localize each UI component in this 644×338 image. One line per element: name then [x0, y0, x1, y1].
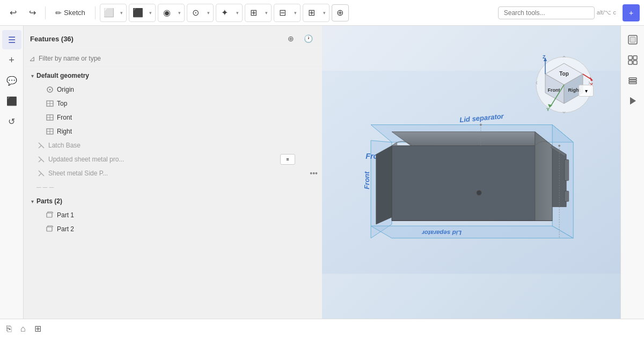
svg-rect-74	[629, 82, 636, 84]
tree-item-sheet-metal-side[interactable]: Sheet metal Side P... •••	[24, 166, 322, 180]
sketch-label: Sketch	[64, 9, 85, 17]
svg-line-12	[39, 145, 41, 148]
section-default-geometry[interactable]: ▾ Default geometry	[24, 69, 322, 83]
part2-label: Part 2	[57, 225, 318, 233]
toolbar-btn-solid-arrow[interactable]: ▾	[147, 4, 155, 21]
toolbar-btn-assemble[interactable]: ⊟	[274, 4, 291, 21]
toolbar-btn-target[interactable]: ⊕	[332, 4, 349, 21]
toolbar-btn-pattern[interactable]: ⊞	[245, 4, 262, 21]
toolbar-search: alt/⌥ c	[498, 6, 616, 19]
updated-sheet-label: Updated sheet metal pro...	[48, 156, 318, 163]
svg-rect-69	[633, 56, 637, 60]
sidebar-add-icon[interactable]: +	[2, 50, 21, 70]
bottom-icon-grid[interactable]: ⊞	[34, 324, 41, 334]
toolbar-btn-assemble-arrow[interactable]: ▾	[291, 4, 300, 21]
svg-point-38	[477, 191, 481, 195]
undo-button[interactable]: ↩	[4, 4, 21, 21]
sidebar-history-icon[interactable]: ↺	[2, 112, 21, 131]
svg-rect-44	[565, 160, 569, 181]
svg-marker-75	[630, 97, 636, 105]
toolbar-group-2: ⬛ ▾	[129, 4, 156, 22]
svg-text:Front: Front	[548, 87, 560, 93]
sheet-metal-icon	[36, 168, 46, 178]
svg-rect-72	[629, 78, 636, 79]
tree-item-part1[interactable]: Part 1	[24, 208, 322, 222]
toolbar-btn-inspect[interactable]: ⊞	[303, 4, 320, 21]
tree-item-front[interactable]: Front	[24, 111, 322, 124]
section-default-label: Default geometry	[36, 72, 89, 79]
toolbar-btn-pattern-arrow[interactable]: ▾	[262, 4, 271, 21]
bottom-icon-export[interactable]: ⎘	[6, 324, 12, 334]
right-panel	[620, 26, 644, 319]
origin-icon	[45, 85, 55, 94]
part2-icon	[45, 224, 55, 234]
add-feature-button[interactable]: ⊕	[283, 31, 298, 46]
part1-icon	[45, 210, 55, 220]
bottom-bar: ⎘ ⌂ ⊞	[0, 319, 644, 338]
tree-item-updated-sheet[interactable]: Updated sheet metal pro... ≡	[24, 152, 322, 166]
filter-input[interactable]	[39, 55, 317, 62]
features-header: Features (36) ⊕ 🕐	[24, 26, 322, 51]
front-plane-icon	[45, 113, 55, 122]
svg-point-42	[558, 145, 560, 147]
svg-rect-70	[628, 61, 632, 64]
search-hint: alt/⌥ c	[597, 9, 616, 16]
new-feature-button[interactable]: +	[623, 4, 640, 21]
toolbar-btn-shape-arrow[interactable]: ▾	[118, 4, 126, 21]
expand-parts-icon: ▾	[28, 199, 36, 204]
svg-text:⌃: ⌃	[561, 55, 567, 62]
right-label: Right	[57, 128, 318, 135]
toolbar-group-5: ✦ ▾	[216, 4, 243, 22]
render-button[interactable]	[623, 91, 642, 111]
tree-item-ellipsis[interactable]: ─ ─ ─	[24, 180, 322, 194]
search-input[interactable]	[498, 6, 595, 19]
sketch-button[interactable]: ✏ Sketch	[50, 4, 91, 21]
toolbar-btn-shape[interactable]: ⬜	[100, 4, 118, 21]
sidebar-menu-icon[interactable]: ☰	[2, 30, 21, 49]
more-icon[interactable]: •••	[310, 169, 318, 178]
tree-item-right[interactable]: Right	[24, 124, 322, 138]
history-button[interactable]: 🕐	[301, 31, 316, 46]
svg-rect-17	[47, 213, 52, 217]
features-title: Features (36)	[30, 35, 74, 43]
toolbar-btn-mesh-arrow[interactable]: ▾	[175, 4, 184, 21]
toolbar-group-8: ⊞ ▾	[303, 4, 330, 22]
features-header-icons: ⊕ 🕐	[283, 31, 316, 46]
svg-marker-32	[535, 132, 553, 221]
svg-point-40	[480, 124, 482, 126]
toolbar-btn-inspect-arrow[interactable]: ▾	[320, 4, 329, 21]
updated-sheet-icon	[36, 155, 46, 164]
viewport[interactable]: Lid separator Front Front Lid separator …	[322, 26, 620, 319]
bottom-icon-home[interactable]: ⌂	[20, 324, 26, 334]
svg-rect-45	[565, 191, 569, 202]
svg-line-14	[39, 159, 41, 162]
nav-cube-dropdown[interactable]: ▾	[579, 85, 594, 97]
section-parts[interactable]: ▾ Parts (2)	[24, 194, 322, 208]
front-label: Front	[57, 114, 318, 121]
toolbar-btn-boolean-arrow[interactable]: ▾	[204, 4, 213, 21]
top-plane-icon	[45, 99, 55, 108]
tree-item-origin[interactable]: Origin	[24, 83, 322, 97]
layers-button[interactable]	[623, 71, 642, 90]
toolbar-btn-boolean[interactable]: ⊙	[187, 4, 204, 21]
view-3d-button[interactable]	[623, 30, 642, 49]
grid-view-button[interactable]	[623, 50, 642, 70]
sidebar-comment-icon[interactable]: 💬	[2, 71, 21, 90]
app-container: ↩ ↪ ✏ Sketch ⬜ ▾ ⬛ ▾ ◉ ▾ ⊙ ▾ ✦ ▾ ⊞	[0, 0, 644, 338]
latch-icon	[36, 141, 46, 150]
tree-item-top[interactable]: Top	[24, 97, 322, 111]
toolbar-btn-transform-arrow[interactable]: ▾	[233, 4, 242, 21]
toolbar-btn-transform[interactable]: ✦	[216, 4, 233, 21]
toolbar-btn-solid[interactable]: ⬛	[129, 4, 147, 21]
top-label: Top	[57, 100, 318, 107]
tree-item-part2[interactable]: Part 2	[24, 222, 322, 236]
divider-1	[45, 6, 46, 19]
redo-button[interactable]: ↪	[24, 4, 41, 21]
svg-marker-25	[371, 226, 573, 238]
main-area: ☰ + 💬 ⬛ ↺ Features (36) ⊕ 🕐 ⊿	[0, 26, 644, 319]
divider-2	[95, 6, 96, 19]
toolbar-btn-mesh[interactable]: ◉	[158, 4, 175, 21]
tree-item-latch-base[interactable]: Latch Base	[24, 138, 322, 152]
sidebar-shape-icon[interactable]: ⬛	[2, 91, 21, 111]
list-view-button[interactable]: ≡	[280, 154, 295, 165]
